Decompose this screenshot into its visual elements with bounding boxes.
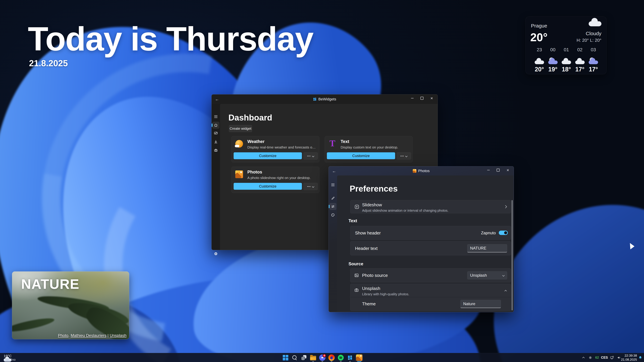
hidden-icons-button[interactable] xyxy=(580,353,586,362)
notification-center-button[interactable] xyxy=(637,353,643,362)
tray-network-button[interactable] xyxy=(609,353,615,362)
task-view-button[interactable] xyxy=(300,354,308,361)
header-text-input[interactable]: NATURE xyxy=(467,244,507,252)
toggle-state-label: Zapnuto xyxy=(481,231,496,235)
author-link[interactable]: Mathieu Deslauriers xyxy=(70,333,106,338)
sidebar-item-downloads[interactable] xyxy=(212,138,219,145)
hourly-forecast: 23 20° 00 19° 01 18° 02 17° 03 xyxy=(533,47,600,73)
folder-icon xyxy=(310,356,316,360)
customize-button[interactable]: Customize xyxy=(327,152,395,159)
show-header-toggle[interactable] xyxy=(499,231,508,235)
start-button[interactable] xyxy=(282,354,289,361)
clock[interactable]: 22:39:38 21.08.2025 xyxy=(622,353,637,362)
show-header-row: Show header Zapnuto xyxy=(350,226,511,240)
menu-button[interactable] xyxy=(330,181,336,188)
sidebar-item-dashboard[interactable] xyxy=(212,122,219,129)
widget-card-weather: Weather Display real-time weather and fo… xyxy=(232,136,319,162)
photo-widget-header: NATURE xyxy=(21,276,80,292)
firefox-button[interactable] xyxy=(328,354,335,361)
photo-slideshow-widget[interactable]: NATURE Photo, Mathieu Deslauriers | Unsp… xyxy=(12,272,129,339)
unsplash-row[interactable]: Unsplash Library with high-quality photo… xyxy=(362,286,409,296)
discord-button[interactable]: 6 xyxy=(319,354,326,361)
widget-card-text: T Text Display custom text on your deskt… xyxy=(325,136,412,162)
slideshow-row[interactable]: Slideshow Adjust slideshow animation or … xyxy=(350,200,511,213)
back-button[interactable]: ← xyxy=(214,96,220,102)
customize-button[interactable]: Customize xyxy=(234,152,302,159)
menu-button[interactable] xyxy=(212,113,219,120)
spotify-button[interactable] xyxy=(337,354,344,361)
create-widget-button[interactable]: Create widget xyxy=(229,125,252,132)
minimize-button[interactable] xyxy=(407,94,417,102)
tray-percent[interactable]: 62 xyxy=(594,353,600,362)
weather-card-icon xyxy=(235,140,243,148)
window-title: Photos xyxy=(418,169,430,173)
photos-app-icon xyxy=(413,169,416,173)
page-title: Preferences xyxy=(350,184,398,194)
weather-widget[interactable]: Prague 20° Cloudy H: 20° L: 20° 23 20° 0… xyxy=(526,16,606,74)
weather-city: Prague xyxy=(531,23,547,29)
weather-condition: Cloudy xyxy=(586,31,602,36)
sidebar-item-theme[interactable] xyxy=(330,212,336,219)
active-indicator xyxy=(357,361,361,362)
cloud-icon xyxy=(562,60,571,64)
back-button[interactable]: ← xyxy=(331,168,337,174)
tray-brightness-button[interactable] xyxy=(587,353,593,362)
section-header-source: Source xyxy=(348,261,363,267)
forecast-hour: 23 20° xyxy=(533,47,546,73)
sidebar-item-preferences[interactable] xyxy=(330,203,336,210)
widget-card-photos: Photos A photo slideshow right on your d… xyxy=(232,167,319,193)
night-cloud-icon xyxy=(589,57,598,64)
running-indicator xyxy=(322,361,323,362)
more-options-button[interactable]: ••• xyxy=(397,152,411,160)
photos-titlebar[interactable]: ← Photos × xyxy=(329,166,514,175)
settings-button[interactable] xyxy=(212,250,219,257)
forecast-hour: 03 17° xyxy=(587,47,600,73)
language-indicator[interactable]: CES xyxy=(601,353,608,362)
home-icon xyxy=(214,123,218,127)
chevron-up-icon xyxy=(582,357,585,359)
header-text-row: Header text NATURE xyxy=(350,241,511,255)
photo-source-dropdown[interactable]: Unsplash xyxy=(467,271,507,279)
more-options-button[interactable]: ••• xyxy=(304,152,318,160)
file-explorer-button[interactable] xyxy=(310,354,317,361)
weather-high-low: H: 20° L: 20° xyxy=(576,38,602,43)
unsplash-link[interactable]: Unsplash xyxy=(110,333,126,338)
chevron-down-icon xyxy=(502,274,505,277)
monitor-plug-icon xyxy=(610,356,614,360)
taskbar-weather-button[interactable]: 19°C Oblačno xyxy=(4,354,16,362)
scrollbar[interactable] xyxy=(512,200,512,310)
sun-icon xyxy=(588,356,592,360)
bewidgets-sidebar xyxy=(212,104,220,250)
bell-icon xyxy=(638,356,642,360)
search-button[interactable] xyxy=(291,354,298,361)
search-icon xyxy=(292,355,297,360)
sidebar-item-widgets[interactable] xyxy=(212,130,219,137)
unsplash-expander: Unsplash Library with high-quality photo… xyxy=(350,284,511,311)
chevron-right-icon xyxy=(504,205,507,208)
bewidgets-titlebar[interactable]: ← BeWidgets × xyxy=(212,94,438,104)
minimize-button[interactable] xyxy=(484,166,493,174)
cloud-icon xyxy=(4,359,12,362)
spotify-icon xyxy=(338,355,344,361)
bewidgets-button[interactable] xyxy=(346,354,354,361)
sidebar-item-edit[interactable] xyxy=(330,195,336,202)
sidebar-item-store[interactable] xyxy=(212,147,219,154)
photos-button[interactable] xyxy=(356,354,363,361)
maximize-button[interactable] xyxy=(493,166,503,174)
taskbar: 19°C Oblačno 6 xyxy=(0,353,644,362)
maximize-button[interactable] xyxy=(417,94,427,102)
photo-link[interactable]: Photo xyxy=(58,333,68,338)
theme-input[interactable]: Nature xyxy=(460,300,501,308)
forecast-hour: 00 19° xyxy=(546,47,559,73)
close-button[interactable]: × xyxy=(427,94,436,102)
bewidgets-logo-icon xyxy=(313,97,317,101)
firefox-icon xyxy=(328,355,335,361)
more-options-button[interactable]: ••• xyxy=(304,183,318,190)
chevron-up-icon xyxy=(504,290,507,292)
customize-button[interactable]: Customize xyxy=(234,183,302,190)
speaker-icon xyxy=(617,356,621,360)
chevron-down-icon xyxy=(312,155,314,157)
photo-credit: Photo, Mathieu Deslauriers | Unsplash xyxy=(58,333,126,338)
close-button[interactable]: × xyxy=(503,166,513,174)
windows-logo-icon xyxy=(283,355,288,361)
